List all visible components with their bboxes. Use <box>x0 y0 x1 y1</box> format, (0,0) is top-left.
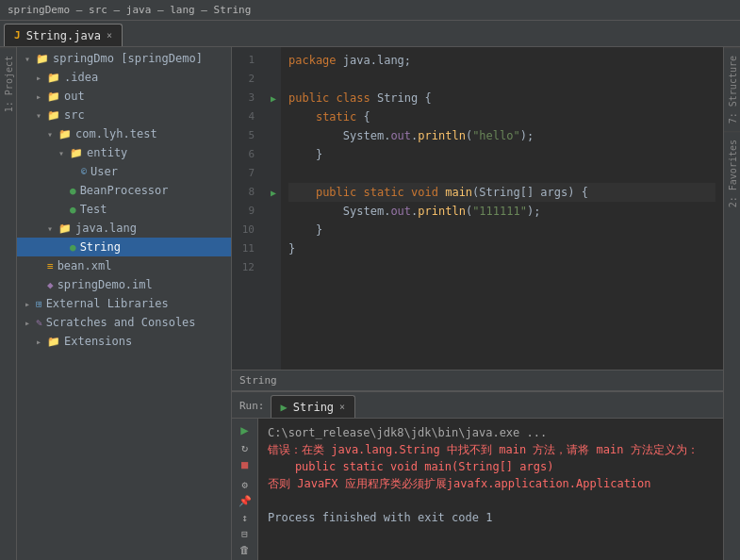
tab-close-icon[interactable]: × <box>107 30 112 41</box>
line-num-8: 8 <box>232 183 260 202</box>
code-line-7 <box>288 164 715 183</box>
arrow-icon: ▾ <box>36 110 47 121</box>
tree-item-out[interactable]: ▸ 📁 out <box>17 87 231 106</box>
run-panel: Run: ▶ String × ▶ ↻ ■ ⚙ 📌 ↕ ⊟ <box>232 390 723 560</box>
gutter-6 <box>266 145 281 164</box>
project-sidebar: ▾ 📁 springDmo [springDemo] ▸ 📁 .idea ▸ 📁… <box>17 47 232 560</box>
run-left-toolbar: ▶ ↻ ■ ⚙ 📌 ↕ ⊟ 🗑 <box>232 419 258 560</box>
output-line-5 <box>268 492 714 509</box>
project-tree: ▾ 📁 springDmo [springDemo] ▸ 📁 .idea ▸ 📁… <box>17 47 231 560</box>
gutter-run-3[interactable]: ▶ <box>266 89 281 107</box>
tree-item-label: Scratches and Consoles <box>46 316 196 329</box>
side-labels-right: 7: Structure 2: Favorites <box>723 47 740 560</box>
tree-item-src[interactable]: ▾ 📁 src <box>17 106 231 124</box>
line-num-9: 9 <box>232 202 260 221</box>
line-num-3: 3 <box>232 89 260 107</box>
side-labels-left: 1: Project <box>0 47 17 560</box>
output-line-1: C:\sort_release\jdk8\jdk\bin\java.exe ..… <box>268 424 714 441</box>
output-line-3: public static void main(String[] args) <box>268 458 714 475</box>
code-line-8: public static void main(String[] args) { <box>288 183 715 202</box>
code-line-2 <box>288 70 715 89</box>
gutter-10 <box>266 221 281 239</box>
arrow-icon: ▾ <box>58 148 70 158</box>
code-line-9: System.out.println("111111"); <box>288 202 715 221</box>
tab-label: String.java <box>26 29 101 42</box>
tree-item-label: entity <box>87 146 127 159</box>
gutter-2 <box>266 70 281 89</box>
run-content: ▶ ↻ ■ ⚙ 📌 ↕ ⊟ 🗑 C:\sort_release\jdk8\jdk… <box>232 419 723 560</box>
line-num-2: 2 <box>232 70 260 89</box>
tree-item-entity[interactable]: ▾ 📁 entity <box>17 143 231 162</box>
arrow-icon: ▾ <box>25 54 36 64</box>
structure-panel-label[interactable]: 7: Structure <box>724 47 740 131</box>
run-tab-close[interactable]: × <box>339 402 345 412</box>
run-tab-string[interactable]: ▶ String × <box>271 395 356 418</box>
line-num-11: 11 <box>232 239 260 258</box>
line-num-10: 10 <box>232 221 260 239</box>
code-line-5: System.out.println("hello"); <box>288 126 715 145</box>
tree-item-com-lyh[interactable]: ▾ 📁 com.lyh.test <box>17 124 231 143</box>
tree-item-java-lang[interactable]: ▾ 📁 java.lang <box>17 219 231 238</box>
arrow-icon: ▾ <box>47 129 58 140</box>
ext-lib-icon: ⊞ <box>36 298 42 310</box>
run-output: C:\sort_release\jdk8\jdk\bin\java.exe ..… <box>258 419 723 560</box>
code-view[interactable]: 1 2 3 4 5 6 7 8 9 10 11 12 ▶ <box>232 47 723 370</box>
folder-icon: 📁 <box>47 72 60 84</box>
line-numbers: 1 2 3 4 5 6 7 8 9 10 11 12 <box>232 47 266 370</box>
code-line-12 <box>288 258 715 277</box>
java-icon: J <box>14 29 21 41</box>
run-scroll-button[interactable]: ↕ <box>235 511 255 523</box>
tree-item-springdmo[interactable]: ▾ 📁 springDmo [springDemo] <box>17 49 231 68</box>
tree-item-label: out <box>64 90 85 103</box>
folder-icon: 📁 <box>47 91 60 103</box>
output-line-6: Process finished with exit code 1 <box>268 509 714 526</box>
tree-item-scratches[interactable]: ▸ ✎ Scratches and Consoles <box>17 313 231 332</box>
code-line-10: } <box>288 221 715 239</box>
tree-item-user[interactable]: © User <box>17 162 231 181</box>
run-settings-button[interactable]: ⚙ <box>235 479 255 491</box>
run-trash-button[interactable]: 🗑 <box>235 544 255 556</box>
tree-item-label: User <box>90 165 118 178</box>
tree-item-springdemo-iml[interactable]: ◆ springDemo.iml <box>17 275 231 294</box>
run-label: Run: <box>236 400 271 418</box>
tree-item-bean-xml[interactable]: ≡ bean.xml <box>17 256 231 275</box>
arrow-icon: ▸ <box>25 318 36 328</box>
gutter-1 <box>266 51 281 70</box>
project-panel-label[interactable]: 1: Project <box>0 47 16 120</box>
folder-icon: 📁 <box>36 53 49 65</box>
main-area: 1: Project ▾ 📁 springDmo [springDemo] ▸ … <box>0 47 740 560</box>
code-content[interactable]: package java.lang; public class String {… <box>281 47 723 370</box>
run-layout-button[interactable]: ⊟ <box>235 528 255 540</box>
run-play-button[interactable]: ▶ <box>235 422 255 437</box>
run-stop-button[interactable]: ■ <box>235 458 255 471</box>
run-rerun-button[interactable]: ↻ <box>235 441 255 454</box>
line-num-5: 5 <box>232 126 260 145</box>
line-num-7: 7 <box>232 164 260 183</box>
tree-item-string[interactable]: ● String <box>17 238 231 256</box>
code-line-4: static { <box>288 107 715 126</box>
java-string-icon: ● <box>70 241 76 254</box>
code-line-3: public class String { <box>288 89 715 107</box>
arrow-icon: ▸ <box>36 337 47 347</box>
folder-icon: 📁 <box>58 222 72 235</box>
line-num-6: 6 <box>232 145 260 164</box>
tree-item-label: springDmo [springDemo] <box>53 52 203 65</box>
tree-item-label: External Libraries <box>46 297 169 310</box>
favorites-panel-label[interactable]: 2: Favorites <box>724 131 740 215</box>
tree-item-extensions[interactable]: ▸ 📁 Extensions <box>17 332 231 351</box>
tree-item-beanprocessor[interactable]: ● BeanProcessor <box>17 181 231 200</box>
tab-string-java[interactable]: J String.java × <box>4 24 123 46</box>
xml-icon: ≡ <box>47 260 54 272</box>
line-num-1: 1 <box>232 51 260 70</box>
arrow-icon: ▸ <box>36 73 47 83</box>
tree-item-ext-libs[interactable]: ▸ ⊞ External Libraries <box>17 294 231 313</box>
tree-item-idea[interactable]: ▸ 📁 .idea <box>17 68 231 87</box>
gutter-run-8[interactable]: ▶ <box>266 183 281 202</box>
line-num-12: 12 <box>232 258 260 277</box>
tree-item-label: BeanProcessor <box>80 184 169 197</box>
gutter-12 <box>266 258 281 277</box>
java-class-g-icon2: ● <box>70 204 76 216</box>
tree-item-test[interactable]: ● Test <box>17 200 231 219</box>
run-pin-button[interactable]: 📌 <box>235 495 255 507</box>
tree-item-label: .idea <box>64 71 98 84</box>
